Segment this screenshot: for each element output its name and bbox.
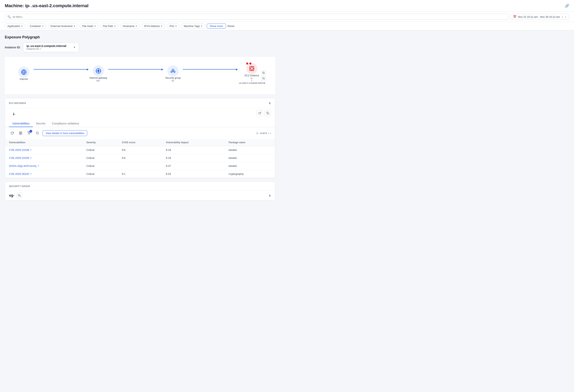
chip-ipv4[interactable]: IPV4 Address ▼ [141, 24, 165, 29]
svg-rect-29 [19, 195, 20, 196]
chip-ipv4-label: IPV4 Address [144, 25, 160, 28]
security-group-id: sg- ∧ [5, 191, 275, 200]
copy-button[interactable] [265, 110, 271, 116]
package-4: cryptography [225, 170, 275, 178]
columns-button[interactable] [17, 130, 24, 136]
svg-point-6 [174, 71, 175, 73]
exposure-polygraph-title: Exposure Polygraph [5, 35, 275, 39]
security-label: Security group [165, 76, 181, 79]
chevron-down-icon: ▼ [73, 25, 75, 27]
vuln-link-1[interactable]: CVE-2020-10108 ↗ [9, 149, 78, 151]
svg-rect-25 [21, 132, 22, 134]
table-row: CVE-2020-10108 ↗ Critical 9.8 9.18 twist… [5, 146, 275, 154]
vuln-table: Vulnerabilities Severity CVSS score Vuln… [5, 139, 275, 178]
search-input[interactable] [12, 15, 506, 19]
package-3: twisted [225, 162, 275, 170]
instance-id-dropdown-content: ip-.us-east-2.compute.internal Instance … [26, 44, 66, 50]
chevron-down-icon: ▼ [42, 25, 44, 27]
calendar-icon: 📅 [513, 15, 516, 19]
gateway-icon [93, 65, 104, 76]
ec2-sublabel3: .us-east-2.compute.internal [239, 82, 265, 84]
svg-point-5 [171, 71, 172, 73]
ec2-label: EC2 Instance [245, 74, 259, 77]
instance-id-dropdown[interactable]: ip-.us-east-2.compute.internal Instance … [23, 43, 79, 52]
chip-hostname[interactable]: Hostname ▼ [120, 24, 140, 29]
chip-file-path[interactable]: File Path ▼ [100, 24, 118, 29]
chip-application-label: Application [7, 25, 20, 28]
chevron-down-icon: ▼ [21, 25, 23, 27]
date-range-text: Nov 22 10:12 am - Nov 29 10:12 am [518, 15, 560, 19]
cvss-2: 9.8 [118, 154, 162, 162]
instance-id-main-text: ip-.us-east-2.compute.internal [26, 44, 66, 48]
search-icon: 🔍 [7, 15, 11, 19]
tab-vulnerabilities[interactable]: Vulnerabilities [9, 120, 33, 127]
vuln-link-4[interactable]: CVE-2020-36242 ↗ [9, 172, 78, 175]
col-cvss: CVSS score [118, 139, 162, 146]
instance-id-label: Instance ID: [5, 46, 20, 49]
col-severity: Severity [82, 139, 118, 146]
search-wrap: 🔍 [5, 14, 508, 20]
gateway-sublabel: igw- [96, 79, 100, 82]
severity-3: Critical [82, 162, 118, 170]
table-row: GHSA-32gv-6cf3-wcmq ↗ Critical 9.37 twis… [5, 162, 275, 170]
collapse-sg-button[interactable]: ∧ [269, 194, 271, 197]
chip-container-label: Container [30, 25, 41, 28]
svg-point-27 [36, 132, 38, 134]
chip-machine-tags-label: Machine Tags [184, 25, 200, 28]
view-details-button[interactable]: View details in host vulnerabilities [42, 130, 87, 136]
ec2-instance-card: EC2 INSTANCE ∧ i- [5, 98, 275, 178]
svg-point-3 [98, 70, 99, 72]
polygraph-section: Internet ▶ Internet gateway igw- [5, 57, 275, 94]
date-prev-btn[interactable]: ‹ [562, 15, 563, 19]
chip-port[interactable]: Port ▼ [167, 24, 180, 29]
vuln-link-3[interactable]: GHSA-32gv-6cf3-wcmq ↗ [9, 165, 78, 168]
tab-secrets[interactable]: Secrets [33, 120, 49, 127]
date-next-btn[interactable]: › [565, 15, 567, 19]
refresh-button[interactable] [9, 130, 15, 136]
ec2-instance-id: i- [9, 110, 19, 116]
ec2-sublabel2: i- [251, 79, 252, 82]
tab-compliance[interactable]: Compliance violations [49, 120, 82, 127]
security-group-card: SECURITY GROUP sg- ∧ [5, 181, 275, 200]
vuln-link-2[interactable]: CVE-2020-10109 ↗ [9, 156, 78, 159]
chevron-down-icon: ▼ [94, 25, 96, 27]
chip-container[interactable]: Container ▼ [27, 24, 46, 29]
copy-sg-button[interactable] [16, 193, 22, 198]
flow-connector-1: ▶ [33, 68, 89, 71]
zoom-out-button[interactable] [261, 76, 266, 81]
collapse-ec2-button[interactable]: ∧ [269, 101, 271, 105]
chevron-down-icon: ▼ [175, 25, 177, 27]
ec2-icon [246, 63, 257, 74]
chevron-down-icon: ▼ [135, 25, 137, 27]
svg-line-16 [264, 73, 265, 74]
chip-file-path-label: File Path [103, 25, 113, 28]
chevron-down-icon: ▼ [73, 46, 76, 49]
filter-button[interactable]: 1 [26, 130, 32, 136]
package-1: twisted [225, 146, 275, 154]
col-package: Package name [225, 139, 275, 146]
link-icon[interactable]: 🔗 [565, 4, 569, 8]
security-group-icon [167, 65, 179, 76]
severity-2: Critical [82, 154, 118, 162]
chip-machine-tags[interactable]: Machine Tags ▼ [181, 24, 205, 29]
chip-file-hash[interactable]: File Hash ▼ [80, 24, 99, 29]
zoom-in-button[interactable] [261, 70, 266, 75]
svg-line-22 [260, 112, 261, 113]
show-more-button[interactable]: Show more [207, 24, 226, 29]
reset-button[interactable]: Reset [228, 25, 234, 28]
external-link-button[interactable] [257, 110, 263, 116]
chip-application[interactable]: Application ▼ [5, 24, 26, 29]
package-2: twisted [225, 154, 275, 162]
table-row: CVE-2020-36242 ↗ Critical 9.1 8.53 crypt… [5, 170, 275, 178]
table-row: CVE-2020-10109 ↗ Critical 9.8 9.18 twist… [5, 154, 275, 162]
svg-rect-10 [251, 67, 253, 70]
next-page-button[interactable]: › [270, 131, 271, 135]
chip-external-hostname[interactable]: External Hostname ▼ [48, 24, 78, 29]
date-range-selector[interactable]: 📅 Nov 22 10:12 am - Nov 29 10:12 am ‹ › [510, 14, 569, 20]
pagination-info: 1 - 4 of 4 ‹ › [256, 131, 271, 135]
search-vuln-button[interactable] [34, 130, 41, 136]
svg-line-28 [38, 134, 39, 134]
prev-page-button[interactable]: ‹ [268, 131, 269, 135]
filter-badge: 1 [29, 130, 32, 133]
chip-hostname-label: Hostname [123, 25, 134, 28]
